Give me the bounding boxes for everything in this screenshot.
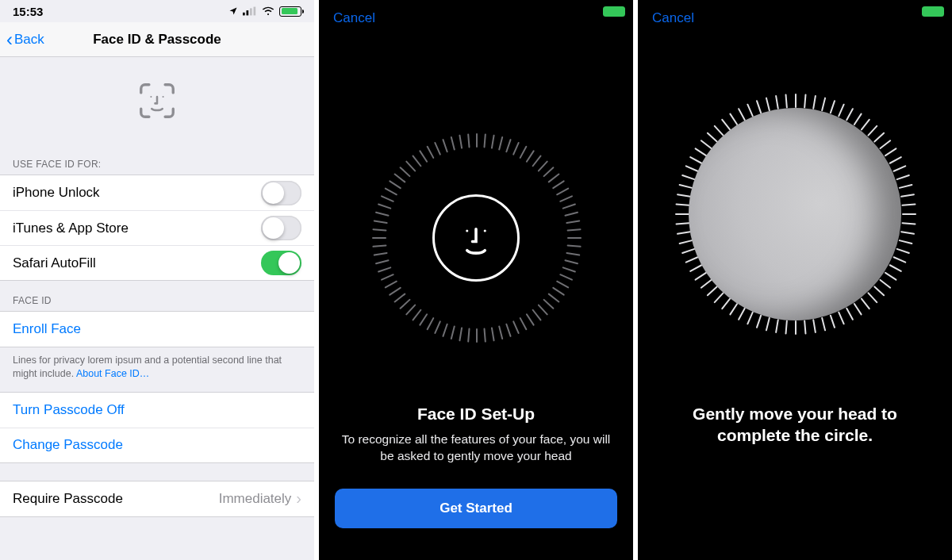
cell-label: Require Passcode [13,491,123,507]
svg-point-4 [267,13,269,15]
about-faceid-link[interactable]: About Face ID… [76,368,149,379]
svg-point-5 [150,96,152,98]
section-header-faceid: FACE ID [0,281,314,311]
change-passcode-button[interactable]: Change Passcode [0,428,314,462]
toggle-group-use: iPhone Unlock iTunes & App Store Safari … [0,175,314,281]
face-circle [432,194,520,282]
cell-label: iTunes & App Store [13,221,129,236]
scan-ring [660,79,930,349]
subheadline: To recognize all the features of your fa… [336,432,616,465]
settings-screen: 15:53 ‹ Back Face ID & Passcode [0,0,314,560]
location-icon [228,6,238,16]
turn-passcode-off-button[interactable]: Turn Passcode Off [0,393,314,428]
cancel-button[interactable]: Cancel [333,10,375,26]
enroll-face-button[interactable]: Enroll Face [0,312,314,347]
faceid-hero [0,57,314,144]
cell-label: Turn Passcode Off [13,402,125,418]
toggle-itunes-appstore: iTunes & App Store [0,210,314,245]
camera-preview [689,108,901,320]
privacy-note: Lines for privacy lorem ipsum and a pote… [0,347,314,392]
cell-label: iPhone Unlock [13,185,100,201]
switch-safari-autofill[interactable] [261,251,301,275]
toggle-safari-autofill: Safari AutoFill [0,245,314,280]
chevron-left-icon: ‹ [6,30,13,49]
svg-point-7 [466,229,468,232]
faceid-setup-intro-screen: Cancel Face ID Set-Up To recognize all t… [319,0,633,560]
cell-label: Change Passcode [13,437,123,453]
require-passcode-value: Immediately [219,491,292,507]
nav-title: Face ID & Passcode [0,32,314,48]
require-passcode-group: Require Passcode Immediately › [0,481,314,517]
top-bar: Cancel [638,0,952,36]
switch-itunes-appstore[interactable] [261,216,301,240]
battery-icon [279,6,301,17]
cellular-icon [243,6,257,16]
switch-iphone-unlock[interactable] [261,181,301,205]
headline: Gently move your head to complete the ci… [662,403,928,447]
headline-block: Face ID Set-Up To recognize all the feat… [336,405,616,465]
headline-block: Gently move your head to complete the ci… [662,403,928,447]
svg-rect-3 [254,7,256,16]
svg-rect-0 [243,13,245,16]
toggle-iphone-unlock: iPhone Unlock [0,175,314,210]
cell-label: Safari AutoFill [13,255,96,271]
top-bar: Cancel [319,0,633,36]
svg-point-8 [484,229,486,232]
passcode-actions-group: Turn Passcode Off Change Passcode [0,392,314,463]
get-started-button[interactable]: Get Started [335,489,617,528]
cell-label: Enroll Face [13,321,81,337]
back-label: Back [14,32,44,48]
svg-rect-2 [250,8,252,15]
svg-point-6 [163,96,164,98]
headline: Face ID Set-Up [336,405,616,424]
faceid-icon [136,79,178,122]
nav-bar: ‹ Back Face ID & Passcode [0,22,314,57]
chevron-right-icon: › [296,489,301,508]
scan-ring [357,119,595,357]
svg-rect-1 [247,10,249,15]
cancel-button[interactable]: Cancel [652,10,694,26]
faceid-scan-screen: Cancel Gently move your head to complete… [638,0,952,560]
status-bar: 15:53 [0,0,314,22]
require-passcode-row[interactable]: Require Passcode Immediately › [0,481,314,516]
wifi-icon [262,6,274,16]
status-time: 15:53 [13,5,43,18]
section-header-use: USE FACE ID FOR: [0,144,314,175]
enroll-group: Enroll Face [0,311,314,347]
back-button[interactable]: ‹ Back [0,30,44,49]
